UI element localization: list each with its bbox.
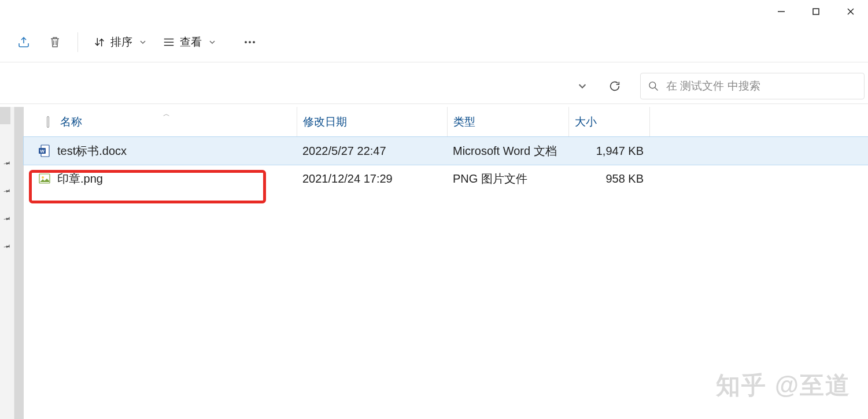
search-box[interactable] [640,73,865,99]
refresh-button[interactable] [602,73,627,99]
file-size: 1,947 KB [568,144,649,158]
sort-icon [93,36,106,49]
pinned-item[interactable] [3,214,11,223]
delete-button[interactable] [42,29,68,55]
svg-text:W: W [40,149,45,154]
file-rows: Wtest标书.docx2022/5/27 22:47Microsoft Wor… [24,137,868,192]
file-name: test标书.docx [54,143,297,159]
column-header-date[interactable]: 修改日期 [297,107,447,136]
svg-point-9 [253,41,255,43]
share-icon [17,35,31,49]
nav-pane-sliver [0,107,14,419]
close-button[interactable] [833,0,868,23]
file-name: 印章.png [54,171,297,187]
file-date: 2021/12/24 17:29 [297,172,447,186]
column-header-type[interactable]: 类型 [447,107,568,136]
chevron-down-icon [209,39,216,46]
nav-scroll-indicator [14,107,24,419]
file-icon-cell: W [24,144,54,158]
column-header-size[interactable]: 大小 [568,107,649,136]
close-icon [847,8,855,16]
select-all-checkbox[interactable] [24,116,54,128]
png-image-icon [39,172,50,186]
sort-dropdown[interactable]: 排序 [87,29,152,55]
file-row[interactable]: Wtest标书.docx2022/5/27 22:47Microsoft Wor… [24,137,868,165]
file-size: 958 KB [568,172,649,186]
pinned-item[interactable] [3,187,11,195]
maximize-icon [812,8,820,16]
column-header-extra [649,107,868,136]
trash-icon [48,35,62,49]
share-button[interactable] [10,29,37,55]
word-document-icon: W [39,144,50,158]
pinned-item[interactable] [3,242,11,250]
svg-point-10 [649,81,656,88]
view-list-icon [162,36,175,49]
column-header-name[interactable]: 名称 ︿ [54,107,297,136]
minimize-button[interactable] [764,0,799,23]
svg-point-7 [245,41,247,43]
chevron-down-icon [139,39,146,46]
watermark-text: 知乎 @至道 [716,369,851,402]
pinned-item[interactable] [3,159,11,167]
history-dropdown-button[interactable] [570,73,595,99]
column-headers: 名称 ︿ 修改日期 类型 大小 [24,107,868,137]
ellipsis-icon [243,35,257,49]
minimize-icon [777,8,785,16]
file-type: PNG 图片文件 [447,171,568,187]
search-icon [648,80,659,92]
window-controls [764,0,868,23]
svg-line-11 [655,87,658,90]
search-input[interactable] [666,80,857,92]
sort-ascending-icon: ︿ [163,109,170,119]
refresh-icon [608,80,621,92]
view-label: 查看 [180,35,202,50]
toolbar: 排序 查看 [0,22,868,62]
view-dropdown[interactable]: 查看 [157,29,221,55]
svg-point-8 [249,41,251,43]
file-icon-cell [24,172,54,186]
chevron-down-icon [578,81,587,91]
nav-sliver-top [0,107,10,124]
toolbar-separator [77,32,78,52]
sort-label: 排序 [110,35,132,50]
svg-rect-1 [813,9,819,14]
file-row[interactable]: 印章.png2021/12/24 17:29PNG 图片文件958 KB [24,165,868,192]
file-date: 2022/5/27 22:47 [297,144,447,158]
maximize-button[interactable] [799,0,833,23]
file-type: Microsoft Word 文档 [447,143,568,159]
svg-point-16 [42,176,44,179]
more-button[interactable] [237,29,263,55]
addressbar-row [0,68,868,104]
